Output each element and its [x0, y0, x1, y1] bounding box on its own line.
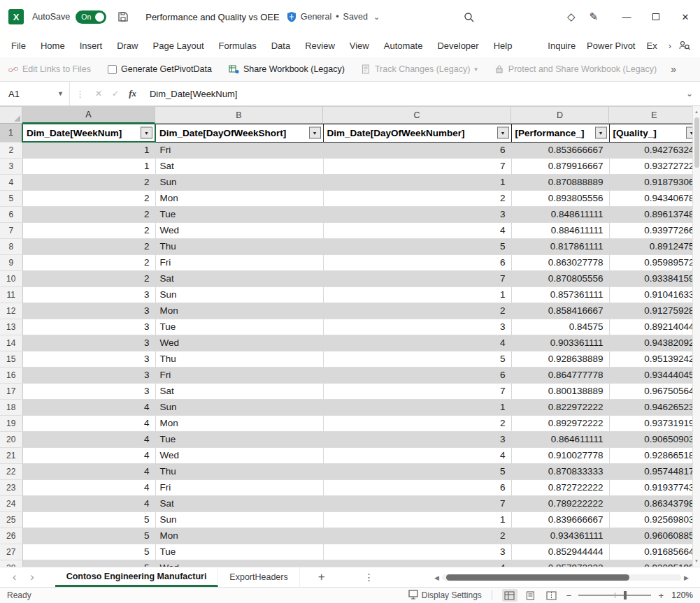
cell[interactable]: 4	[323, 560, 511, 567]
cell[interactable]: 3	[323, 206, 511, 222]
command-generate-getpivotdata[interactable]: Generate GetPivotData	[108, 64, 212, 74]
cell[interactable]: 4	[22, 415, 155, 431]
cancel-icon[interactable]: ✕	[95, 89, 102, 99]
ribbon-overflow-button[interactable]: »	[671, 64, 676, 75]
cell[interactable]: 0.848611111	[511, 206, 609, 222]
formula-input[interactable]: Dim_Date[WeekNum]	[141, 89, 686, 99]
cell[interactable]: 0.858416667	[511, 303, 609, 319]
row-header-19[interactable]: 19	[0, 415, 22, 431]
autosave-toggle[interactable]: On	[76, 10, 106, 24]
row-header-10[interactable]: 10	[0, 270, 22, 286]
cell[interactable]: 0.95989572	[609, 254, 700, 270]
cell[interactable]: 2	[22, 270, 155, 286]
cell[interactable]: Fri	[155, 142, 323, 158]
cell[interactable]: 0.89214044	[609, 319, 700, 335]
ribbon-tab-automate[interactable]: Automate	[384, 41, 423, 51]
sensitivity-label[interactable]: General	[301, 12, 331, 22]
cell[interactable]: Wed	[155, 447, 323, 463]
normal-view-button[interactable]	[502, 589, 517, 602]
cell[interactable]: 2	[22, 190, 155, 206]
cell[interactable]: 2	[323, 415, 511, 431]
page-break-view-button[interactable]	[544, 589, 559, 602]
scroll-right-icon[interactable]: ▶	[684, 574, 689, 581]
cell[interactable]: 5	[22, 560, 155, 567]
cell[interactable]: 0.93384159	[609, 270, 700, 286]
cell[interactable]: 0.86343798	[609, 495, 700, 511]
cell[interactable]: 0.934361111	[511, 528, 609, 544]
cell[interactable]: 0.94276324	[609, 142, 700, 158]
filter-button[interactable]: ▼	[141, 127, 152, 139]
cell[interactable]: Mon	[155, 528, 323, 544]
row-header-12[interactable]: 12	[0, 303, 22, 319]
filter-button[interactable]: ▼	[309, 127, 321, 139]
row-header-16[interactable]: 16	[0, 367, 22, 383]
ribbon-tab-power-pivot[interactable]: Power Pivot	[587, 41, 635, 51]
column-header-d[interactable]: D	[511, 107, 609, 124]
cell[interactable]: 0.879916667	[511, 158, 609, 174]
cell[interactable]: 4	[22, 399, 155, 415]
save-icon[interactable]	[117, 11, 129, 22]
cell[interactable]: 3	[22, 383, 155, 399]
cell[interactable]: 7	[323, 495, 511, 511]
cell[interactable]: 0.928638889	[511, 351, 609, 367]
cell[interactable]: 0.864777778	[511, 367, 609, 383]
cell[interactable]: 3	[22, 351, 155, 367]
row-header-2[interactable]: 2	[0, 142, 22, 158]
row-header-11[interactable]: 11	[0, 286, 22, 303]
row-header-4[interactable]: 4	[0, 174, 22, 190]
cell[interactable]: Sun	[155, 511, 323, 528]
cell[interactable]: 0.817861111	[511, 238, 609, 254]
cell[interactable]: 0.91937743	[609, 479, 700, 495]
cell[interactable]: Tue	[155, 319, 323, 335]
cell[interactable]: 1	[323, 511, 511, 528]
search-icon[interactable]	[464, 12, 474, 22]
cell[interactable]: Sun	[155, 399, 323, 415]
cell[interactable]: 6	[323, 367, 511, 383]
cell[interactable]: 0.800138889	[511, 383, 609, 399]
cell[interactable]: 0.872722222	[511, 479, 609, 495]
cell[interactable]: 0.853666667	[511, 142, 609, 158]
cell[interactable]: 3	[22, 335, 155, 351]
row-header-13[interactable]: 13	[0, 319, 22, 335]
cell[interactable]: Wed	[155, 560, 323, 567]
ribbon-tab-help[interactable]: Help	[494, 41, 513, 51]
excel-logo-icon[interactable]: X	[8, 9, 24, 24]
cell[interactable]: 5	[323, 351, 511, 367]
column-header-e[interactable]: E	[609, 107, 700, 124]
cell[interactable]: 3	[323, 431, 511, 447]
zoom-in-button[interactable]: +	[657, 590, 665, 601]
header-cell[interactable]: Dim_Date[DayOfWeekNumber]▼	[323, 124, 511, 142]
cell[interactable]: Thu	[155, 463, 323, 479]
scroll-up-icon[interactable]: ▲	[694, 106, 699, 117]
cell[interactable]: 0.93272722	[609, 158, 700, 174]
cell[interactable]: 4	[22, 463, 155, 479]
cell[interactable]: 7	[323, 383, 511, 399]
cell[interactable]: 0.91685664	[609, 544, 700, 560]
document-title[interactable]: Performance and Quality vs OEE	[145, 12, 279, 22]
cell[interactable]: 3	[22, 367, 155, 383]
row-header-9[interactable]: 9	[0, 254, 22, 270]
cell[interactable]: 2	[22, 174, 155, 190]
cell[interactable]: 0.893805556	[511, 190, 609, 206]
sheet-nav-left-icon[interactable]: ‹	[13, 571, 16, 583]
cell[interactable]: Tue	[155, 431, 323, 447]
cell[interactable]: Sat	[155, 158, 323, 174]
row-header-1[interactable]: 1	[0, 124, 22, 142]
row-header-23[interactable]: 23	[0, 479, 22, 495]
cell[interactable]: 0.93977266	[609, 222, 700, 238]
cell[interactable]: 0.884611111	[511, 222, 609, 238]
row-header-27[interactable]: 27	[0, 544, 22, 560]
cell[interactable]: Sat	[155, 383, 323, 399]
command-share-workbook-legacy[interactable]: Share Workbook (Legacy)	[229, 64, 345, 74]
ribbon-tab-data[interactable]: Data	[271, 41, 290, 51]
cell[interactable]: 2	[22, 222, 155, 238]
cell[interactable]: 0.870805556	[511, 270, 609, 286]
cell[interactable]: 7	[323, 158, 511, 174]
ribbon-tab-view[interactable]: View	[350, 41, 369, 51]
row-header-18[interactable]: 18	[0, 399, 22, 415]
cell[interactable]: 2	[323, 303, 511, 319]
row-header-5[interactable]: 5	[0, 190, 22, 206]
cell[interactable]: 0.89613748	[609, 206, 700, 222]
cell[interactable]: 0.870888889	[511, 174, 609, 190]
checkbox-icon[interactable]	[108, 65, 117, 74]
